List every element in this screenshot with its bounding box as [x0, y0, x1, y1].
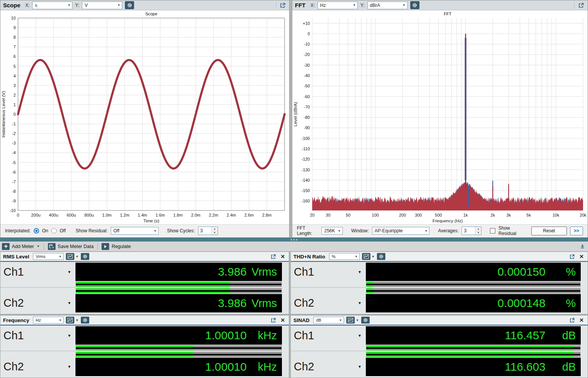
meter-close-button[interactable]: ✕ — [578, 253, 585, 260]
save-data-icon — [49, 243, 55, 249]
meter-settings-button[interactable] — [81, 317, 89, 324]
channel-selector-ch1[interactable]: Ch1▼ — [291, 326, 366, 351]
spin-up-icon[interactable]: ▲ — [475, 227, 481, 231]
meter-value-unit: % — [545, 297, 581, 310]
svg-text:300: 300 — [415, 213, 422, 217]
svg-text:-90: -90 — [304, 125, 310, 130]
fft-graph[interactable]: +100-10-20-30-40-50-60-70-80-90-100-110-… — [292, 10, 588, 224]
scope-x-unit-select[interactable]: s▼ — [32, 2, 72, 9]
fft-y-unit-select[interactable]: dBrA▼ — [367, 2, 408, 9]
scope-panel-title: Scope — [3, 2, 20, 8]
window-select[interactable]: AP-Equiripple▼ — [372, 227, 430, 235]
svg-text:1.0m: 1.0m — [102, 213, 111, 217]
show-residual-checkbox[interactable] — [490, 228, 495, 233]
meter-popout-button[interactable] — [269, 253, 277, 260]
trend-graph-button[interactable]: ▼ — [66, 317, 79, 324]
meter-close-button[interactable]: ✕ — [279, 253, 286, 260]
horizontal-splitter[interactable] — [0, 238, 588, 242]
meter-unit-value: % — [332, 254, 336, 259]
regulate-button[interactable] — [102, 243, 109, 250]
averages-stepper[interactable]: 3 ▲▼ — [462, 227, 482, 235]
chevron-down-icon: ▼ — [355, 255, 358, 258]
scope-y-unit-select[interactable]: V▼ — [82, 2, 122, 9]
spin-down-icon[interactable]: ▼ — [212, 231, 218, 235]
svg-text:20k: 20k — [580, 213, 586, 217]
trend-chart-icon — [364, 254, 369, 259]
meter-settings-button[interactable] — [361, 317, 370, 324]
svg-text:10: 10 — [11, 16, 16, 20]
reset-button[interactable]: Reset — [531, 227, 567, 235]
interpolated-off-radio[interactable] — [51, 228, 57, 233]
meter-value-unit: kHz — [247, 361, 282, 373]
fft-controls: FFT Length: 256K▼ Window: AP-Equiripple▼… — [292, 224, 588, 237]
scope-popout-button[interactable] — [279, 2, 287, 9]
channel-selector-ch1[interactable]: Ch1▼ — [0, 263, 75, 288]
scope-settings-button[interactable] — [125, 1, 134, 9]
meter-close-button[interactable]: ✕ — [578, 317, 585, 323]
channel-label: Ch2 — [0, 360, 24, 373]
meter-close-button[interactable]: ✕ — [279, 317, 286, 323]
meter-unit-select[interactable]: Vrms▼ — [33, 253, 64, 260]
window-value: AP-Equiripple — [375, 228, 403, 233]
spin-down-icon[interactable]: ▼ — [475, 231, 481, 235]
channel-selector-ch2[interactable]: Ch2▼ — [291, 351, 366, 376]
svg-text:Scope: Scope — [145, 12, 157, 16]
spin-up-icon[interactable]: ▲ — [212, 227, 218, 231]
meter-header: RMS Level Vrms▼ ▼ ✕ — [0, 252, 289, 262]
show-cycles-stepper[interactable]: 3 ▲▼ — [198, 227, 218, 235]
chevron-down-icon[interactable]: ▼ — [37, 245, 40, 248]
channel-selector-ch1[interactable]: Ch1▼ — [291, 263, 366, 288]
save-meter-data-button[interactable] — [48, 243, 56, 250]
meter-settings-button[interactable] — [377, 253, 385, 260]
channel-selector-ch1[interactable]: Ch1▼ — [0, 326, 75, 351]
meter-settings-button[interactable] — [81, 253, 89, 260]
meter-value-unit: dB — [545, 361, 581, 373]
scope-graph[interactable]: -10-9-8-7-6-5-4-3-2-10123456789100200u40… — [0, 10, 289, 224]
svg-text:-3: -3 — [12, 141, 16, 145]
trend-graph-button[interactable]: ▼ — [346, 317, 359, 324]
meter-unit-select[interactable]: dB▼ — [313, 317, 344, 324]
regulate-label[interactable]: Regulate — [111, 244, 131, 249]
gear-icon — [82, 317, 88, 323]
fft-length-select[interactable]: 256K▼ — [321, 227, 342, 235]
interpolated-on-radio[interactable] — [34, 228, 39, 233]
svg-text:6: 6 — [13, 54, 16, 59]
meter-popout-button[interactable] — [568, 253, 576, 260]
meter-unit-select[interactable]: %▼ — [329, 253, 360, 260]
meter-panel-rms-level: RMS Level Vrms▼ ▼ ✕ Ch1▼ Ch2▼ — [0, 251, 289, 314]
svg-text:10k: 10k — [552, 213, 559, 217]
add-meter-label[interactable]: Add Meter — [12, 244, 34, 249]
trend-graph-button[interactable]: ▼ — [66, 253, 79, 260]
svg-text:3: 3 — [13, 83, 16, 88]
meter-title: SINAD — [293, 317, 310, 323]
play-icon — [103, 244, 108, 249]
svg-text:0: 0 — [17, 213, 19, 217]
channel-label: Ch2 — [291, 360, 314, 373]
show-residual-label: Show Residual: — [76, 228, 108, 233]
more-button[interactable]: >> — [570, 227, 583, 235]
svg-text:-2: -2 — [12, 131, 16, 136]
add-meter-button[interactable] — [2, 243, 10, 250]
channel-selector-ch2[interactable]: Ch2▼ — [0, 288, 75, 312]
fft-popout-button[interactable] — [577, 2, 585, 9]
fft-x-unit-select[interactable]: Hz▼ — [318, 2, 358, 9]
chevron-down-icon: ▼ — [67, 334, 71, 338]
channel-selector-ch2[interactable]: Ch2▼ — [291, 288, 366, 312]
svg-text:200: 200 — [399, 213, 406, 217]
svg-text:2k: 2k — [491, 213, 495, 217]
channel-selector-ch2[interactable]: Ch2▼ — [0, 351, 75, 376]
dock-button[interactable] — [578, 243, 586, 250]
svg-text:+10: +10 — [303, 21, 310, 26]
chevron-down-icon: ▼ — [425, 229, 428, 233]
channel-label: Ch2 — [0, 297, 24, 309]
trend-graph-button[interactable]: ▼ — [362, 253, 375, 260]
fft-settings-button[interactable] — [410, 1, 419, 9]
meter-unit-select[interactable]: Hz▼ — [33, 317, 64, 324]
meter-popout-button[interactable] — [568, 316, 576, 324]
meter-popout-button[interactable] — [269, 316, 277, 324]
trend-chart-icon — [67, 318, 73, 322]
svg-text:-20: -20 — [304, 52, 310, 57]
chevron-down-icon: ▼ — [67, 365, 71, 369]
save-meter-data-label[interactable]: Save Meter Data — [58, 244, 94, 249]
show-residual-select[interactable]: Off▼ — [111, 227, 159, 235]
